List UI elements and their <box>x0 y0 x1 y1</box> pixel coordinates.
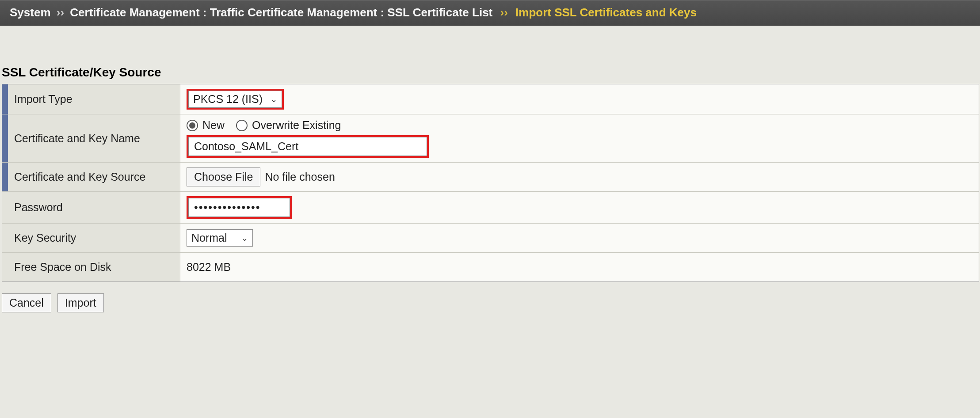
breadcrumb-separator: ›› <box>500 6 508 19</box>
row-indicator <box>2 224 8 252</box>
breadcrumb-current: Import SSL Certificates and Keys <box>515 6 697 19</box>
breadcrumb-bar: System ›› Certificate Management : Traff… <box>0 0 980 26</box>
breadcrumb-separator: ›› <box>57 6 64 19</box>
row-key-security: Key Security Normal ⌄ <box>2 223 979 252</box>
row-indicator <box>2 114 8 162</box>
row-free-space: Free Space on Disk 8022 MB <box>2 252 979 281</box>
highlight-cert-name: Contoso_SAML_Cert <box>187 135 429 158</box>
radio-overwrite-label: Overwrite Existing <box>252 119 341 132</box>
highlight-password: •••••••••••••• <box>187 196 292 219</box>
cert-name-value: Contoso_SAML_Cert <box>194 140 298 153</box>
label-password: Password <box>8 192 180 223</box>
free-space-value: 8022 MB <box>187 261 231 274</box>
chevron-down-icon: ⌄ <box>241 234 248 242</box>
key-security-select[interactable]: Normal ⌄ <box>187 229 253 247</box>
radio-new[interactable] <box>187 120 198 131</box>
cancel-button[interactable]: Cancel <box>2 293 51 312</box>
key-security-value: Normal <box>191 232 227 244</box>
import-type-select[interactable]: PKCS 12 (IIS) ⌄ <box>188 91 282 108</box>
password-value: •••••••••••••• <box>194 201 261 214</box>
choose-file-button[interactable]: Choose File <box>187 167 260 186</box>
file-chosen-status: No file chosen <box>265 171 335 183</box>
radio-new-label: New <box>202 119 225 132</box>
row-indicator <box>2 84 8 114</box>
row-indicator <box>2 192 8 223</box>
chevron-down-icon: ⌄ <box>271 95 277 103</box>
section-title: SSL Certificate/Key Source <box>0 65 980 84</box>
row-import-type: Import Type PKCS 12 (IIS) ⌄ <box>2 84 979 114</box>
highlight-import-type: PKCS 12 (IIS) ⌄ <box>187 89 284 110</box>
label-free-space: Free Space on Disk <box>8 253 180 281</box>
cert-name-input[interactable]: Contoso_SAML_Cert <box>188 137 427 156</box>
row-password: Password •••••••••••••• <box>2 191 979 223</box>
import-type-value: PKCS 12 (IIS) <box>193 93 263 106</box>
breadcrumb-path[interactable]: Certificate Management : Traffic Certifi… <box>70 6 492 19</box>
label-key-security: Key Security <box>8 224 180 252</box>
import-button[interactable]: Import <box>57 293 104 312</box>
label-cert-key-source: Certificate and Key Source <box>8 163 180 191</box>
breadcrumb-root[interactable]: System <box>10 6 51 19</box>
row-cert-key-name: Certificate and Key Name New Overwrite E… <box>2 114 979 162</box>
row-indicator <box>2 163 8 191</box>
footer-buttons: Cancel Import <box>0 282 980 312</box>
label-import-type: Import Type <box>8 84 180 114</box>
radio-overwrite[interactable] <box>236 120 248 131</box>
form-container: Import Type PKCS 12 (IIS) ⌄ Certificate … <box>2 84 979 282</box>
row-indicator <box>2 253 8 281</box>
password-input[interactable]: •••••••••••••• <box>188 198 290 217</box>
label-cert-key-name: Certificate and Key Name <box>8 114 180 162</box>
row-cert-key-source: Certificate and Key Source Choose File N… <box>2 162 979 191</box>
